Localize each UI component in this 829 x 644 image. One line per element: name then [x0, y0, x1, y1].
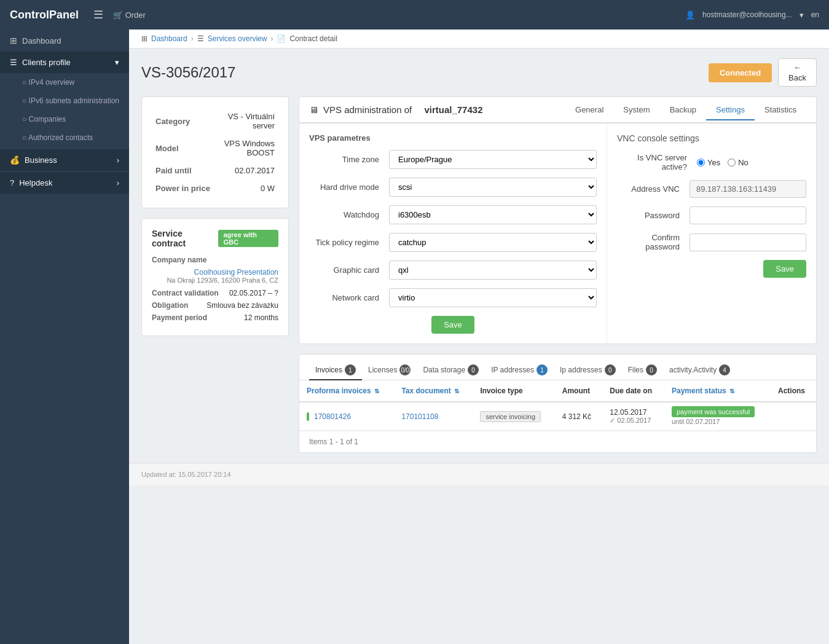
vnc-no-radio[interactable]: No	[728, 158, 748, 167]
sc-company-name[interactable]: Coolhousing Presentation	[152, 268, 278, 277]
sc-company-row: Company name	[152, 256, 278, 264]
sc-validation-value: 02.05.2017 – ?	[229, 289, 278, 297]
sc-payment-value: 12 months	[244, 313, 278, 322]
vnc-confirm-input[interactable]	[690, 234, 806, 251]
brand-logo: ControlPanel	[10, 9, 79, 22]
menu-icon[interactable]: ☰	[93, 8, 103, 22]
helpdesk-icon: ?	[10, 178, 14, 187]
table-row: Paid until 02.07.2017	[153, 162, 277, 179]
vnc-address-row: Address VNC	[617, 180, 806, 198]
sidebar-item-dashboard[interactable]: ⊞ Dashboard	[0, 29, 129, 52]
sidebar-item-companies[interactable]: ○ Companies	[0, 110, 129, 128]
btab-licenses[interactable]: Licenses 0/0	[362, 361, 417, 380]
order-link[interactable]: 🛒 Order	[113, 10, 146, 20]
invoice-table: Proforma invoices ⇅ Tax document ⇅ Invoi…	[299, 380, 816, 431]
tab-statistics[interactable]: Statistics	[755, 100, 806, 120]
category-value: VS - Virtuální server	[214, 108, 277, 134]
footer-updated: Updated at: 15.05.2017 20:14	[141, 471, 231, 478]
col-invoice-type: Invoice type	[473, 380, 554, 402]
network-card-select[interactable]: virtio	[389, 288, 597, 307]
col-tax-doc[interactable]: Tax document ⇅	[394, 380, 473, 402]
col-payment-status[interactable]: Payment status ⇅	[664, 380, 771, 402]
circle-icon: ○	[22, 78, 26, 87]
breadcrumb-dashboard[interactable]: Dashboard	[151, 34, 187, 43]
invoice-table-header: Proforma invoices ⇅ Tax document ⇅ Invoi…	[299, 380, 816, 402]
circle-icon-4: ○	[22, 133, 26, 142]
sidebar-item-authorized-contacts[interactable]: ○ Authorized contacts	[0, 128, 129, 147]
invoice-cell-amount: 4 312 Kč	[555, 402, 603, 431]
sc-obligation-label: Obligation	[152, 301, 188, 310]
business-icon: 💰	[10, 155, 20, 165]
time-zone-select[interactable]: Europe/Prague	[389, 150, 597, 169]
breadcrumb-services[interactable]: Services overview	[208, 34, 267, 43]
vnc-yes-radio[interactable]: Yes	[697, 158, 720, 167]
invoice-table-body: 170801426 170101108 service invoicing 4 …	[299, 402, 816, 431]
user-email: hostmaster@coolhousing...	[702, 10, 792, 19]
vps-panel-body: VPS parametres Time zone Europe/Prague H…	[299, 124, 816, 344]
dropdown-icon[interactable]: ▾	[800, 10, 804, 20]
tab-settings[interactable]: Settings	[706, 100, 755, 120]
btab-data-storage[interactable]: Data storage 0	[417, 361, 485, 380]
page-title-row: VS-3056/2017 Connected ← Back	[141, 58, 817, 87]
content-area: VS-3056/2017 Connected ← Back Category	[129, 49, 829, 463]
vnc-password-input[interactable]	[690, 206, 806, 224]
sidebar-item-helpdesk[interactable]: ? Helpdesk ›	[0, 172, 129, 194]
hard-drive-row: Hard drive mode scsi	[309, 178, 597, 197]
back-button[interactable]: ← Back	[778, 58, 817, 87]
model-value: VPS Windows BOOST	[214, 135, 277, 161]
tab-backup[interactable]: Backup	[660, 100, 706, 120]
right-column: 🖥 VPS administration of virtual_77432 Ge…	[299, 96, 817, 453]
payment-status-badge: payment was successful	[672, 406, 755, 417]
sidebar-item-business[interactable]: 💰 Business ›	[0, 149, 129, 171]
tab-system[interactable]: System	[613, 100, 659, 120]
clients-profile-label: Clients profile	[22, 58, 71, 67]
sidebar-dashboard-label: Dashboard	[22, 36, 61, 45]
vps-save-button[interactable]: Save	[431, 316, 474, 334]
graphic-card-row: Graphic card qxl	[309, 261, 597, 280]
col-amount: Amount	[555, 380, 603, 402]
items-count: Items 1 - 1 of 1	[299, 431, 816, 452]
bottom-tabs-panel: Invoices 1 Licenses 0/0 Data storage 0	[299, 354, 817, 453]
col-proforma[interactable]: Proforma invoices ⇅	[299, 380, 394, 402]
breadcrumb-icon: ⊞	[141, 34, 147, 43]
chevron-down-icon: ▾	[115, 58, 119, 67]
table-row: Power in price 0 W	[153, 180, 277, 197]
sidebar-item-clients-profile[interactable]: ☰ Clients profile ▾	[0, 52, 129, 73]
tax-doc-link[interactable]: 170101108	[401, 412, 438, 421]
monitor-icon: 🖥	[309, 104, 318, 115]
sc-validation-label: Contract validation	[152, 289, 219, 297]
invoice-cell-type: service invoicing	[473, 402, 554, 431]
language-selector[interactable]: en	[811, 10, 819, 19]
sidebar: ⊞ Dashboard ☰ Clients profile ▾ ○ IPv4 o…	[0, 29, 129, 644]
proforma-link[interactable]: 170801426	[314, 412, 351, 421]
hard-drive-label: Hard drive mode	[309, 183, 389, 192]
vps-admin-title: VPS administration of	[323, 104, 412, 115]
title-actions: Connected ← Back	[709, 58, 817, 87]
agree-gbc-badge[interactable]: agree with GBC	[218, 230, 278, 247]
btab-files[interactable]: Files 0	[622, 361, 663, 380]
btab-ip-addresses2[interactable]: Ip addresses 0	[554, 361, 622, 380]
tick-policy-select[interactable]: catchup	[389, 233, 597, 252]
invoice-cell-due: 12.05.2017 ✓ 02.05.2017	[602, 402, 664, 431]
graphic-card-select[interactable]: qxl	[389, 261, 597, 280]
vnc-active-row: Is VNC server active? Yes No	[617, 153, 806, 171]
btab-ip-addresses[interactable]: IP addresses 1	[485, 361, 554, 380]
sidebar-item-ipv4[interactable]: ○ IPv4 overview	[0, 73, 129, 92]
vnc-save-button[interactable]: Save	[763, 260, 806, 278]
vnc-active-radio: Yes No	[697, 158, 806, 167]
vps-panel-header: 🖥 VPS administration of virtual_77432	[309, 97, 483, 122]
watchdog-select[interactable]: i6300esb	[389, 205, 597, 224]
hard-drive-select[interactable]: scsi	[389, 178, 597, 197]
btab-invoices[interactable]: Invoices 1	[309, 361, 362, 380]
sidebar-item-ipv6[interactable]: ○ IPv6 subnets administration	[0, 92, 129, 110]
dashboard-icon: ⊞	[10, 36, 17, 45]
sc-header: Service contract agree with GBC	[152, 229, 278, 248]
btab-activity[interactable]: activity.Activity 4	[663, 361, 736, 380]
sc-validation-row: Contract validation 02.05.2017 – ?	[152, 289, 278, 297]
connected-button[interactable]: Connected	[709, 63, 772, 82]
graphic-card-label: Graphic card	[309, 265, 389, 275]
col-actions: Actions	[771, 380, 816, 402]
time-zone-label: Time zone	[309, 155, 389, 164]
tab-general[interactable]: General	[565, 100, 613, 120]
vps-tabs: General System Backup Settings Statistic…	[565, 100, 806, 119]
